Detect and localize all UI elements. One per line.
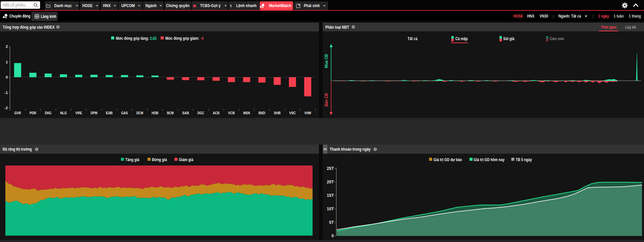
svg-text:15T: 15T (327, 193, 334, 198)
svg-text:PDR: PDR (30, 111, 36, 115)
svg-text:SHB: SHB (274, 111, 281, 115)
svg-text:0: 0 (6, 75, 8, 79)
svg-text:5T: 5T (329, 220, 334, 225)
svg-text:EIB: EIB (106, 111, 112, 115)
svg-text:MSN: MSN (243, 111, 250, 115)
svg-text:VCB: VCB (228, 111, 235, 115)
svg-text:VHM: VHM (304, 111, 311, 115)
svg-text:DIG: DIG (45, 111, 52, 115)
svg-text:10T: 10T (327, 207, 334, 211)
svg-text:-2: -2 (4, 106, 8, 110)
svg-text:Bán CĐ: Bán CĐ (324, 93, 329, 107)
svg-text:VRE: VRE (75, 111, 82, 115)
svg-text:VIC: VIC (289, 111, 296, 115)
svg-text:HDB: HDB (152, 111, 158, 115)
svg-text:1: 1 (6, 60, 8, 64)
svg-text:DGC: DGC (197, 111, 204, 115)
svg-text:GVR: GVR (14, 111, 21, 115)
svg-text:0: 0 (331, 234, 334, 238)
svg-text:20T: 20T (327, 180, 334, 184)
svg-text:2: 2 (6, 44, 8, 49)
svg-text:Mua CĐ: Mua CĐ (324, 54, 329, 68)
svg-text:BCM: BCM (167, 111, 174, 115)
svg-text:-1: -1 (4, 91, 8, 95)
svg-text:BID: BID (259, 111, 265, 115)
svg-text:25T: 25T (327, 166, 334, 171)
svg-text:ACB: ACB (213, 111, 220, 115)
svg-text:SAB: SAB (182, 111, 189, 115)
svg-text:GAS: GAS (121, 111, 128, 115)
svg-text:DPM: DPM (91, 111, 97, 115)
svg-text:NLG: NLG (60, 111, 67, 115)
svg-text:DCM: DCM (136, 111, 143, 115)
